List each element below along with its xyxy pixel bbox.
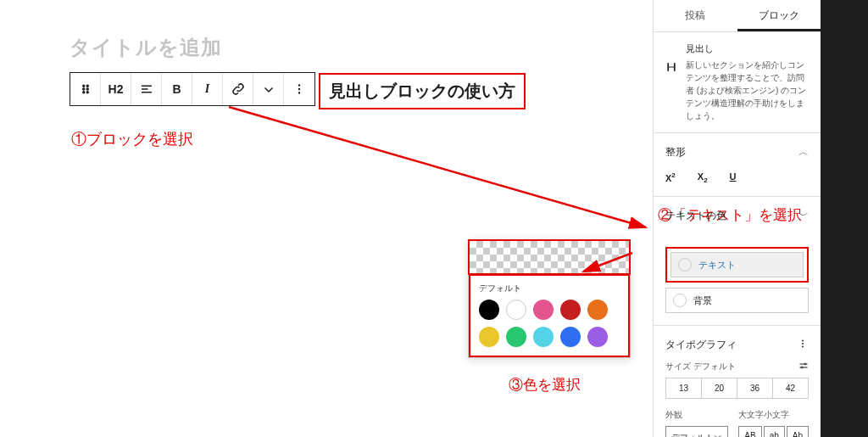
svg-point-14 [802,346,804,348]
svg-point-11 [298,92,300,93]
color-swatch[interactable] [479,300,499,320]
block-name: 見出し [686,42,809,55]
svg-point-0 [82,85,84,87]
panel-text-color: テキストの色 ﹀ テキスト 背景 [654,197,821,326]
heading-block[interactable]: 見出しブロックの使い方 [319,73,526,109]
bold-button[interactable]: B [162,73,192,105]
typography-options-icon[interactable] [797,338,809,352]
size-settings-icon[interactable] [798,361,809,373]
tab-block[interactable]: ブロック [737,0,821,31]
letter-case-option[interactable]: ab [764,426,785,437]
settings-sidebar: 投稿 ブロック 見出し 新しいセクションを紹介しコンテンツを整理することで、訪問… [653,0,821,437]
svg-point-2 [82,88,84,90]
block-toolbar: H2 B I [70,72,315,106]
block-description-panel: 見出し 新しいセクションを紹介しコンテンツを整理することで、訪問者 (および検索… [654,32,821,133]
color-option-background[interactable]: 背景 [665,288,809,313]
panel-format-header[interactable]: 整形 ︿ [665,145,809,160]
heading-level-button[interactable]: H2 [101,73,131,105]
color-swatch[interactable] [533,300,554,320]
text-color-swatch-icon [678,258,692,272]
color-picker-popover: デフォルト [468,239,631,358]
italic-button[interactable]: I [192,73,223,105]
swatch-group-label: デフォルト [479,283,620,294]
svg-point-10 [298,88,300,90]
chevron-down-icon: ﹀ [714,432,722,437]
panel-format: 整形 ︿ X2 X2 U [654,133,821,197]
color-swatch[interactable] [506,327,526,347]
subscript-button[interactable]: X2 [698,171,708,184]
appearance-label: 外観 [665,409,728,421]
svg-point-5 [86,92,88,93]
color-swatch[interactable] [560,300,581,320]
annotation-1: ①ブロックを選択 [71,129,193,149]
color-option-text[interactable]: テキスト [670,252,804,277]
color-swatch[interactable] [506,300,526,320]
letter-case-option[interactable]: Ab [787,426,809,437]
font-size-presets: 13203642 [665,378,809,399]
svg-point-13 [802,343,804,345]
svg-point-17 [804,363,806,365]
more-dropdown-button[interactable] [253,73,284,105]
color-swatch[interactable] [587,327,608,347]
panel-typography: タイポグラフィ サイズ デフォルト 13203642 外観 デフォルト ﹀ 大文… [654,326,821,437]
superscript-button[interactable]: X2 [665,171,676,184]
align-button[interactable] [131,73,162,105]
color-swatch[interactable] [587,300,608,320]
svg-point-12 [802,340,804,342]
annotation-3: ③色を選択 [509,375,581,395]
bg-color-swatch-icon [673,294,687,307]
svg-point-3 [86,88,88,90]
letter-case-label: 大文字小文字 [738,409,809,421]
color-preview-transparent[interactable] [468,239,631,275]
chevron-up-icon: ︿ [798,145,809,160]
post-title-placeholder[interactable]: タイトルを追加 [70,34,653,61]
color-swatch[interactable] [560,327,581,347]
svg-point-18 [801,367,803,368]
svg-point-9 [298,84,300,86]
drag-handle-icon[interactable] [70,73,101,105]
font-size-option[interactable]: 13 [666,378,702,398]
right-rail [821,0,868,437]
appearance-select[interactable]: デフォルト ﹀ [665,426,728,437]
tab-post[interactable]: 投稿 [654,0,737,31]
sidebar-tabs: 投稿 ブロック [654,0,821,32]
svg-point-4 [82,92,84,93]
heading-block-icon [665,61,677,73]
font-size-option[interactable]: 20 [702,378,737,398]
link-button[interactable] [223,73,253,105]
underline-button[interactable]: U [730,171,737,184]
options-button[interactable] [284,73,314,105]
font-size-option[interactable]: 36 [737,378,773,398]
letter-case-option[interactable]: AB [738,426,761,437]
chevron-down-icon: ﹀ [798,209,809,223]
svg-point-1 [86,85,88,87]
panel-typography-header[interactable]: タイポグラフィ [665,338,737,352]
block-help-text: 新しいセクションを紹介しコンテンツを整理することで、訪問者 (および検索エンジン… [686,59,809,122]
panel-text-color-header[interactable]: テキストの色 ﹀ [665,209,809,223]
color-swatch[interactable] [533,327,554,347]
font-size-option[interactable]: 42 [773,378,808,398]
color-swatch[interactable] [479,327,499,347]
